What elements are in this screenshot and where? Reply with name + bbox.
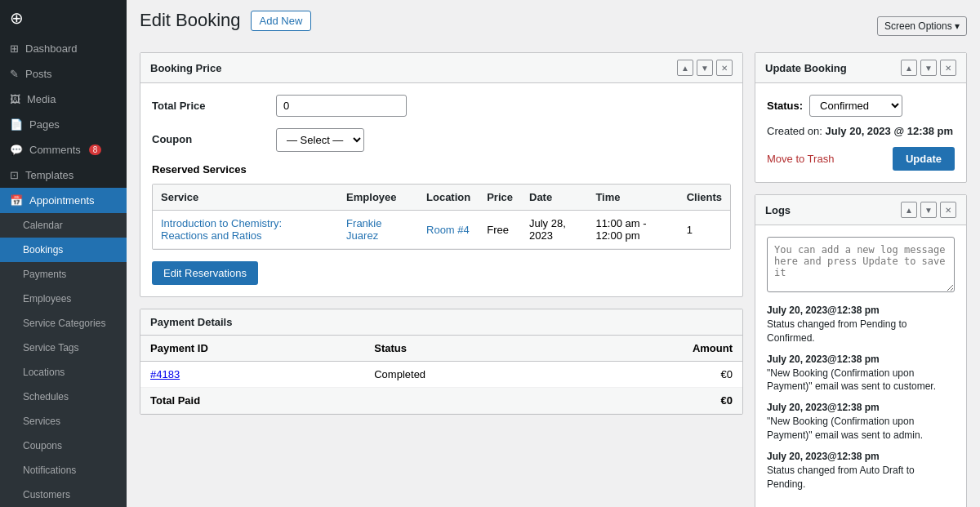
sidebar-item-label: Employees	[23, 293, 71, 305]
add-new-button[interactable]: Add New	[251, 11, 312, 31]
payment-details-panel: Payment Details Payment ID Status Amount	[140, 309, 743, 415]
time-cell: 11:00 am - 12:00 pm	[587, 211, 678, 249]
employee-link[interactable]: Frankie Juarez	[346, 217, 381, 242]
panel-close-button[interactable]: ✕	[716, 60, 733, 76]
update-booking-body: Status: Confirmed Pending Cancelled Reje…	[755, 83, 966, 182]
panel-up-button[interactable]: ▲	[677, 60, 693, 76]
update-booking-panel: Update Booking ▲ ▼ ✕ Status: Confirmed P…	[755, 52, 967, 183]
table-row: Introduction to Chemistry: Reactions and…	[153, 211, 730, 249]
sidebar-item-coupons[interactable]: Coupons	[0, 434, 127, 458]
sidebar-item-pages[interactable]: 📄 Pages	[0, 112, 127, 137]
coupon-select[interactable]: — Select —	[276, 128, 364, 152]
sidebar-item-services[interactable]: Services	[0, 409, 127, 434]
status-select[interactable]: Confirmed Pending Cancelled Rejected	[809, 95, 902, 117]
th-payment-id: Payment ID	[140, 336, 364, 362]
move-to-trash-link[interactable]: Move to Trash	[767, 153, 834, 165]
sidebar-item-appointments[interactable]: 📅 Appointments	[0, 188, 127, 213]
payment-status-cell: Completed	[364, 362, 569, 388]
panel-down-button[interactable]: ▼	[697, 60, 713, 76]
action-row: Move to Trash Update	[767, 147, 955, 171]
th-date: Date	[521, 185, 587, 211]
update-panel-down[interactable]: ▼	[920, 60, 937, 76]
sidebar-item-payments[interactable]: Payments	[0, 262, 127, 287]
payment-id-link[interactable]: #4183	[150, 368, 180, 380]
log-entry-2: July 20, 2023@12:38 pm "New Booking (Con…	[767, 354, 955, 394]
created-value: July 20, 2023 @ 12:38 pm	[826, 125, 954, 137]
sidebar-item-customers[interactable]: Customers	[0, 483, 127, 507]
services-table: Service Employee Location Price Date Tim…	[153, 185, 730, 249]
comments-badge: 8	[89, 145, 102, 155]
sidebar-item-label: Customers	[23, 489, 70, 500]
sidebar-item-dashboard[interactable]: ⊞ Dashboard	[0, 36, 127, 61]
sidebar-item-label: Service Tags	[23, 342, 78, 354]
booking-price-header: Booking Price ▲ ▼ ✕	[140, 53, 742, 83]
sidebar-item-service-tags[interactable]: Service Tags	[0, 336, 127, 360]
sidebar-item-calendar[interactable]: Calendar	[0, 213, 127, 238]
th-time: Time	[587, 185, 678, 211]
update-button[interactable]: Update	[893, 147, 955, 171]
total-label: Total Paid	[140, 388, 570, 414]
coupon-label: Coupon	[152, 128, 266, 145]
sidebar-item-comments[interactable]: 💬 Comments 8	[0, 137, 127, 162]
log-text-1: Status changed from Pending to Confirmed…	[767, 318, 906, 344]
log-entry-3: July 20, 2023@12:38 pm "New Booking (Con…	[767, 402, 955, 443]
log-textarea[interactable]	[767, 237, 955, 292]
sidebar-item-label: Service Categories	[23, 318, 105, 329]
location-cell: Room #4	[418, 211, 479, 249]
payment-row: #4183 Completed €0	[140, 362, 742, 388]
services-table-wrapper: Service Employee Location Price Date Tim…	[152, 184, 731, 250]
logs-panel-close[interactable]: ✕	[940, 202, 956, 218]
th-location: Location	[418, 185, 479, 211]
main-content: Edit Booking Add New Screen Options ▾ Bo…	[127, 0, 980, 507]
total-price-input[interactable]	[276, 95, 407, 117]
sidebar-item-label: Dashboard	[25, 42, 78, 55]
sidebar-item-media[interactable]: 🖼 Media	[0, 87, 127, 112]
logs-panel-down[interactable]: ▼	[920, 202, 937, 218]
sidebar-item-templates[interactable]: ⊡ Templates	[0, 162, 127, 188]
update-panel-up[interactable]: ▲	[901, 60, 917, 76]
location-link[interactable]: Room #4	[426, 224, 470, 236]
sidebar-item-locations[interactable]: Locations	[0, 360, 127, 385]
reserved-services-label: Reserved Services	[152, 163, 731, 176]
pages-icon: 📄	[10, 118, 23, 131]
page-title: Edit Booking	[140, 10, 241, 31]
payment-total-row: Total Paid €0	[140, 388, 742, 414]
sidebar: ⊕ ⊞ Dashboard ✎ Posts 🖼 Media 📄 Pages 💬 …	[0, 0, 127, 507]
sidebar-item-label: Payments	[23, 269, 66, 280]
sidebar-item-schedules[interactable]: Schedules	[0, 385, 127, 409]
update-panel-close[interactable]: ✕	[940, 60, 956, 76]
booking-price-title: Booking Price	[150, 62, 221, 74]
posts-icon: ✎	[10, 68, 19, 80]
logs-panel-controls: ▲ ▼ ✕	[901, 202, 956, 218]
log-date-4: July 20, 2023@12:38 pm	[767, 451, 955, 462]
dashboard-icon: ⊞	[10, 42, 19, 55]
sidebar-item-label: Pages	[29, 118, 60, 131]
total-price-row: Total Price	[152, 95, 731, 117]
sidebar-item-label: Coupons	[23, 440, 62, 451]
logs-panel-up[interactable]: ▲	[901, 202, 917, 218]
th-payment-status: Status	[364, 336, 569, 362]
payment-details-title: Payment Details	[150, 316, 232, 328]
sidebar-item-employees[interactable]: Employees	[0, 287, 127, 311]
booking-price-panel: Booking Price ▲ ▼ ✕ Total Price	[140, 52, 743, 297]
log-date-3: July 20, 2023@12:38 pm	[767, 402, 955, 413]
payment-amount-cell: €0	[570, 362, 742, 388]
sidebar-item-notifications[interactable]: Notifications	[0, 458, 127, 483]
sidebar-item-posts[interactable]: ✎ Posts	[0, 61, 127, 87]
edit-reservations-button[interactable]: Edit Reservations	[152, 261, 258, 285]
sidebar-item-bookings[interactable]: Bookings	[0, 238, 127, 262]
clients-cell: 1	[679, 211, 730, 249]
sidebar-item-label: Notifications	[23, 465, 76, 476]
page-header: Edit Booking Add New	[140, 10, 311, 31]
payment-header-row: Payment ID Status Amount	[140, 336, 742, 362]
sidebar-item-service-categories[interactable]: Service Categories	[0, 311, 127, 336]
payment-id-cell: #4183	[140, 362, 364, 388]
screen-options-button[interactable]: Screen Options ▾	[877, 16, 967, 36]
service-link[interactable]: Introduction to Chemistry: Reactions and…	[161, 217, 282, 242]
total-amount: €0	[570, 388, 742, 414]
booking-price-body: Total Price Coupon — Select — Reserved S…	[140, 83, 742, 296]
th-service: Service	[153, 185, 338, 211]
logs-header: Logs ▲ ▼ ✕	[755, 195, 966, 225]
th-payment-amount: Amount	[570, 336, 742, 362]
appointments-submenu: Calendar Bookings Payments Employees Ser…	[0, 213, 127, 507]
